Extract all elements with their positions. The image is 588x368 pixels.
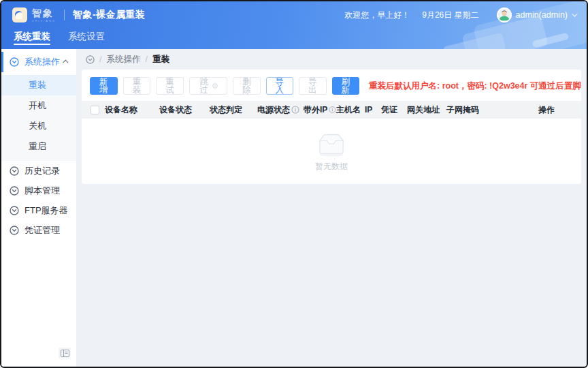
collapse-panel-icon	[61, 350, 69, 357]
sidebar-item-credentials[interactable]: 凭证管理	[1, 220, 76, 240]
username-text: admin(admin)	[516, 10, 568, 20]
col-ip: IP	[365, 105, 381, 114]
divider	[64, 10, 65, 20]
info-icon	[212, 82, 218, 90]
chevron-down-icon	[572, 11, 577, 16]
default-credentials-notice: 重装后默认用户名: root，密码: !Q2w3e4r 可通过后置脚本修改	[369, 80, 581, 92]
script-icon	[10, 186, 19, 196]
top-nav-tabs: 系统重装 系统设置	[1, 29, 587, 49]
sidebar-item-reboot[interactable]: 重启	[1, 136, 76, 157]
sidebar-group-system-ops[interactable]: 系统操作	[1, 49, 76, 75]
app-header: 智象 ZHIXIANG 智象-裸金属重装 欢迎您，早上好！ 9月26日 星期二	[1, 1, 587, 49]
skip-label: 跳过	[199, 78, 210, 95]
sidebar-item-label: FTP服务器	[24, 204, 69, 217]
reinstall-button[interactable]: 重装	[123, 77, 151, 95]
import-button[interactable]: 导入	[266, 77, 294, 95]
tab-system-reinstall[interactable]: 系统重装	[14, 29, 50, 49]
tab-label: 系统设置	[68, 31, 105, 42]
device-table-card: 新增 重装 重试 跳过 删除 导入 导出 刷新 重装后默认用户名: root，密…	[82, 70, 581, 184]
skip-button[interactable]: 跳过	[189, 77, 228, 95]
system-ops-icon	[10, 57, 19, 67]
toolbar: 新增 重装 重试 跳过 删除 导入 导出 刷新 重装后默认用户名: root，密…	[82, 70, 581, 101]
home-target-icon	[86, 55, 95, 64]
table-header-row: 设备名称 设备状态 状态判定 电源状态 带外IP 主机名 IP 凭证 网关地址	[82, 101, 581, 119]
app-window: 智象 ZHIXIANG 智象-裸金属重装 欢迎您，早上好！ 9月26日 星期二	[0, 0, 588, 368]
sidebar-item-scripts[interactable]: 脚本管理	[1, 181, 76, 200]
tab-label: 系统重装	[14, 31, 50, 42]
avatar	[497, 7, 512, 22]
col-subnet-mask: 子网掩码	[446, 104, 538, 116]
col-device-status: 设备状态	[159, 104, 210, 116]
sidebar-item-label: 脚本管理	[24, 185, 69, 197]
credential-icon	[10, 226, 19, 235]
sidebar-submenu: 重装 开机 关机 重启	[1, 75, 76, 161]
breadcrumb-current: 重装	[152, 54, 169, 65]
sidebar-item-label: 凭证管理	[24, 224, 69, 236]
sidebar-item-power-off[interactable]: 关机	[1, 116, 76, 136]
delete-button[interactable]: 删除	[233, 77, 261, 95]
empty-state-text: 暂无数据	[315, 161, 348, 172]
col-credential: 凭证	[381, 104, 407, 116]
page-title: 智象-裸金属重装	[73, 9, 146, 21]
sidebar-item-label: 历史记录	[24, 165, 69, 177]
col-gateway: 网关地址	[407, 104, 446, 116]
empty-state: 暂无数据	[82, 119, 581, 184]
sidebar-item-history[interactable]: 历史记录	[1, 161, 76, 181]
history-icon	[10, 166, 19, 176]
brand-logo-text: 智象 ZHIXIANG	[32, 7, 56, 22]
sidebar-item-power-on[interactable]: 开机	[1, 95, 76, 116]
welcome-text: 欢迎您，早上好！	[344, 10, 410, 21]
brand-subtitle: ZHIXIANG	[32, 20, 56, 22]
col-actions: 操作	[538, 104, 581, 116]
brand-logo-icon	[12, 7, 27, 22]
sidebar-item-ftp[interactable]: FTP服务器	[1, 200, 76, 220]
sidebar-group-label: 系统操作	[24, 56, 64, 68]
date-text: 9月26日 星期二	[422, 10, 478, 21]
collapse-sidebar-button[interactable]	[59, 348, 71, 358]
select-all-checkbox[interactable]	[91, 106, 99, 114]
refresh-button[interactable]: 刷新	[332, 77, 360, 95]
sidebar: 系统操作 重装 开机 关机 重启 历史记录 脚本管理 FTP服务器	[1, 49, 76, 368]
col-power-status: 电源状态	[257, 104, 304, 116]
add-button[interactable]: 新增	[90, 77, 118, 95]
col-status-judge: 状态判定	[210, 104, 257, 116]
sidebar-item-reinstall[interactable]: 重装	[1, 75, 76, 95]
breadcrumb-level1[interactable]: 系统操作	[106, 54, 140, 65]
empty-inbox-icon	[314, 132, 348, 157]
retry-button[interactable]: 重试	[156, 77, 184, 95]
info-icon	[291, 106, 299, 114]
col-oob-ip: 带外IP	[304, 104, 336, 116]
main-content: / 系统操作 / 重装 新增 重装 重试 跳过 删除 导入 导出 刷	[76, 49, 587, 368]
brand-name: 智象	[32, 7, 54, 18]
col-hostname: 主机名	[336, 104, 365, 116]
export-button[interactable]: 导出	[299, 77, 327, 95]
ftp-server-icon	[10, 206, 19, 215]
info-icon	[329, 106, 336, 114]
tab-system-settings[interactable]: 系统设置	[68, 29, 105, 49]
active-indicator-bar	[1, 52, 3, 72]
user-menu[interactable]: admin(admin)	[497, 7, 576, 22]
col-device-name: 设备名称	[105, 104, 159, 116]
breadcrumb: / 系统操作 / 重装	[76, 49, 587, 70]
